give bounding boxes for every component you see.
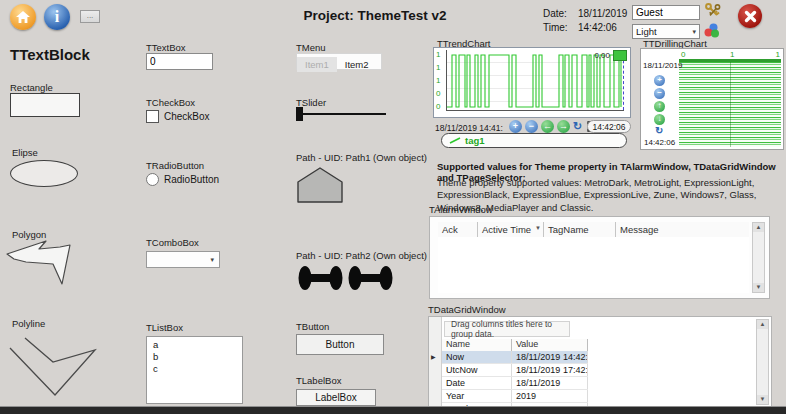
info-button[interactable]: i bbox=[44, 4, 70, 30]
row-selector-icon: ▶ bbox=[431, 353, 436, 360]
chevron-down-icon: ▾ bbox=[210, 256, 214, 264]
list-item[interactable]: b bbox=[147, 351, 242, 363]
textblock-demo: TTextBlock bbox=[10, 46, 90, 63]
grid-cell-name[interactable]: Now bbox=[442, 351, 512, 363]
radio-circle[interactable] bbox=[146, 173, 159, 186]
grid-cell-value[interactable]: 18/11/2019 17:42:06... bbox=[512, 364, 588, 376]
bottom-window-edge bbox=[0, 406, 786, 414]
grid-cell-value[interactable]: 18/11/2019 bbox=[512, 377, 588, 389]
close-button[interactable] bbox=[738, 4, 762, 28]
close-icon bbox=[744, 10, 757, 23]
zoom-out-icon[interactable]: − bbox=[525, 120, 538, 133]
pan-left-icon[interactable]: ← bbox=[541, 120, 554, 133]
x-tick: 1 bbox=[776, 50, 780, 59]
scroll-down-icon[interactable]: ▼ bbox=[753, 283, 764, 292]
grid-col-value[interactable]: Value bbox=[512, 339, 588, 351]
y-tick: 0 bbox=[436, 89, 445, 98]
rectangle-label: Rectangle bbox=[10, 82, 53, 93]
scroll-up-icon[interactable]: ▲ bbox=[753, 223, 764, 232]
alarm-scrollbar[interactable]: ▲ ▼ bbox=[752, 222, 765, 293]
cursor-value: 0,00 bbox=[594, 51, 610, 60]
zoom-in-icon[interactable]: + bbox=[509, 120, 522, 133]
menu-item-1[interactable]: Item1 bbox=[297, 57, 337, 72]
scroll-down-icon[interactable]: ▼ bbox=[757, 395, 768, 404]
drilling-chart: 0 1 1 18/11/2019 + − ↑ ↓ ↻ 14:42:06 bbox=[640, 48, 784, 150]
textbox-label: TTextBox bbox=[146, 42, 186, 53]
radiobutton-label: TRadioButton bbox=[146, 160, 204, 171]
refresh-icon[interactable]: ↻ bbox=[655, 125, 663, 136]
button-label: TButton bbox=[296, 321, 329, 332]
grid-cell-value[interactable]: 2019 bbox=[512, 390, 588, 402]
row-selector-gutter: ▶ bbox=[429, 317, 442, 407]
themetest-page: i ... Project: ThemeTest v2 Date: 18/11/… bbox=[0, 0, 786, 414]
x-tick: 1 bbox=[730, 50, 734, 59]
trend-toolbar: 18/11/2019 14:41: + − ← → ↻ 14:42:06 bbox=[433, 120, 631, 134]
textbox-input[interactable] bbox=[146, 53, 213, 70]
list-item[interactable]: a bbox=[147, 339, 242, 351]
zoom-out-icon[interactable]: − bbox=[654, 88, 665, 99]
zoom-in-icon[interactable]: + bbox=[654, 75, 665, 86]
username-input[interactable] bbox=[632, 5, 700, 20]
slider-control[interactable] bbox=[296, 107, 386, 121]
alarm-body bbox=[438, 237, 749, 293]
alarm-col-ack[interactable]: Ack bbox=[438, 222, 478, 237]
trend-legend[interactable]: tag1 bbox=[441, 133, 627, 148]
combobox-label: TComboBox bbox=[146, 237, 199, 248]
combobox-control[interactable]: ▾ bbox=[146, 251, 220, 268]
menu-item-2[interactable]: Item2 bbox=[337, 57, 377, 72]
slider-thumb[interactable] bbox=[296, 107, 303, 121]
grid-cell-name[interactable]: Year bbox=[442, 390, 512, 402]
list-item[interactable]: c bbox=[147, 363, 242, 375]
alarm-col-tagname[interactable]: TagName bbox=[544, 222, 616, 237]
drilling-date: 18/11/2019 bbox=[643, 61, 682, 70]
listbox-control[interactable]: a b c bbox=[146, 336, 243, 404]
theme-select[interactable]: Light ▾ bbox=[632, 24, 700, 39]
table-row[interactable]: UtcNow 18/11/2019 17:42:06... bbox=[442, 364, 588, 377]
legend-line-icon bbox=[449, 136, 461, 145]
group-hint-area[interactable]: Drag columns titles here to group data. bbox=[444, 321, 570, 337]
drilling-time: 14:42:06 bbox=[644, 138, 675, 147]
ellipse-shape bbox=[10, 160, 78, 187]
alarm-window-label: TAlarmWindow bbox=[429, 204, 493, 215]
scroll-up-icon[interactable]: ▲ bbox=[757, 320, 768, 329]
grid-scrollbar[interactable]: ▲ ▼ bbox=[756, 319, 769, 405]
ellipse-label: Elipse bbox=[12, 147, 38, 158]
checkbox-box[interactable] bbox=[146, 110, 159, 123]
path2-label: Path - UID: Path2 (Own object) bbox=[296, 250, 427, 261]
trend-x-start: 18/11/2019 14:41: bbox=[435, 123, 503, 133]
labelbox-control: LabelBox bbox=[296, 389, 376, 406]
date-value: 18/11/2019 bbox=[578, 8, 627, 19]
refresh-icon[interactable]: ↻ bbox=[573, 120, 582, 133]
table-row[interactable]: Now 18/11/2019 14:42:06... bbox=[442, 351, 588, 364]
pan-up-icon[interactable]: ↑ bbox=[654, 101, 665, 112]
home-button[interactable] bbox=[10, 4, 36, 30]
pan-down-icon[interactable]: ↓ bbox=[654, 114, 665, 125]
radiobutton-control[interactable]: RadioButton bbox=[146, 173, 219, 186]
sort-down-icon[interactable]: ▼ bbox=[535, 225, 541, 231]
polyline-shape bbox=[8, 332, 108, 404]
grid-cell-value[interactable]: 18/11/2019 14:42:06... bbox=[512, 351, 588, 363]
table-row[interactable]: Year 2019 bbox=[442, 390, 588, 403]
rectangle-shape bbox=[10, 93, 80, 117]
trend-chart: 1 1 1 0 0 0,00 bbox=[433, 47, 631, 118]
pan-right-icon[interactable]: → bbox=[557, 120, 570, 133]
theme-palette-icon[interactable] bbox=[704, 23, 720, 38]
y-tick: 1 bbox=[436, 50, 445, 59]
grid-col-name[interactable]: Name bbox=[442, 339, 512, 351]
info-icon: i bbox=[55, 9, 59, 25]
alarm-col-message[interactable]: Message bbox=[616, 222, 749, 237]
radiobutton-text: RadioButton bbox=[164, 174, 219, 185]
alarm-col-activetime[interactable]: Active Time ▼ bbox=[478, 222, 544, 237]
table-row[interactable]: Date 18/11/2019 bbox=[442, 377, 588, 390]
cursor-value-swatch bbox=[613, 50, 627, 61]
checkbox-control[interactable]: CheckBox bbox=[146, 110, 210, 123]
checkbox-label: TCheckBox bbox=[146, 97, 195, 108]
checkbox-text: CheckBox bbox=[164, 111, 210, 122]
grid-cell-name[interactable]: UtcNow bbox=[442, 364, 512, 376]
theme-select-value: Light bbox=[636, 26, 657, 37]
demo-button[interactable]: Button bbox=[296, 334, 384, 355]
login-keys-icon[interactable] bbox=[704, 2, 722, 21]
ellipsis-button[interactable]: ... bbox=[80, 10, 100, 23]
grid-cell-name[interactable]: Date bbox=[442, 377, 512, 389]
polygon-shape bbox=[6, 238, 88, 290]
